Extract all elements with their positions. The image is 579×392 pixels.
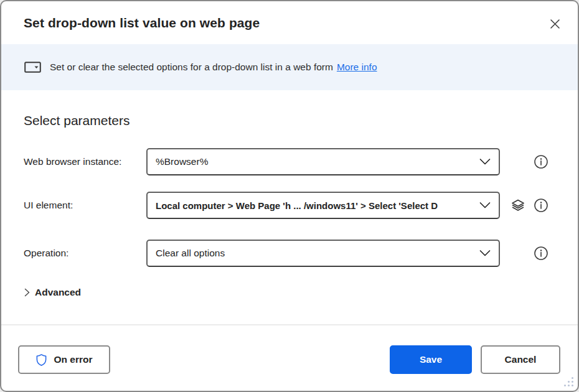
close-icon (550, 19, 560, 29)
save-label: Save (420, 354, 442, 365)
chevron-right-icon (24, 288, 30, 297)
param-row-operation: Operation: Clear all options (1, 240, 578, 267)
shield-icon (35, 353, 47, 366)
chevron-down-icon (479, 202, 491, 209)
close-button[interactable] (548, 17, 562, 30)
chevron-down-icon (479, 159, 491, 166)
ui-element-dropdown[interactable]: Local computer > Web Page 'h ... /window… (146, 192, 500, 219)
resize-grip[interactable] (563, 376, 573, 386)
web-browser-instance-dropdown[interactable]: %Browser% (146, 148, 500, 175)
cancel-label: Cancel (505, 354, 537, 365)
advanced-label: Advanced (35, 287, 81, 298)
info-icon[interactable] (534, 198, 548, 213)
select-parameters-heading: Select parameters (24, 113, 129, 128)
footer-divider (1, 324, 578, 325)
param-row-ui-element: UI element: Local computer > Web Page 'h… (1, 192, 578, 219)
on-error-label: On error (54, 354, 92, 365)
field-label: UI element: (24, 192, 73, 219)
field-label: Operation: (24, 240, 68, 267)
advanced-expander[interactable]: Advanced (24, 287, 81, 298)
layers-icon[interactable] (511, 198, 525, 213)
dialog-set-dropdown-value: Set drop-down list value on web page Set… (0, 0, 579, 392)
on-error-button[interactable]: On error (18, 345, 110, 374)
info-icon[interactable] (534, 246, 548, 261)
dropdown-value: Clear all options (156, 248, 473, 259)
drop-down-list-icon (24, 62, 41, 73)
dropdown-value: Local computer > Web Page 'h ... /window… (156, 200, 473, 211)
operation-dropdown[interactable]: Clear all options (146, 240, 500, 267)
info-icon[interactable] (534, 154, 548, 169)
dialog-title: Set drop-down list value on web page (24, 16, 260, 30)
param-row-web-browser-instance: Web browser instance: %Browser% (1, 148, 578, 175)
cancel-button[interactable]: Cancel (481, 345, 560, 374)
more-info-link[interactable]: More info (337, 62, 377, 73)
field-label: Web browser instance: (24, 148, 121, 175)
chevron-down-icon (479, 250, 491, 257)
dropdown-value: %Browser% (156, 156, 473, 167)
banner-description: Set or clear the selected options for a … (50, 62, 333, 73)
save-button[interactable]: Save (390, 345, 472, 374)
description-banner: Set or clear the selected options for a … (1, 44, 578, 90)
